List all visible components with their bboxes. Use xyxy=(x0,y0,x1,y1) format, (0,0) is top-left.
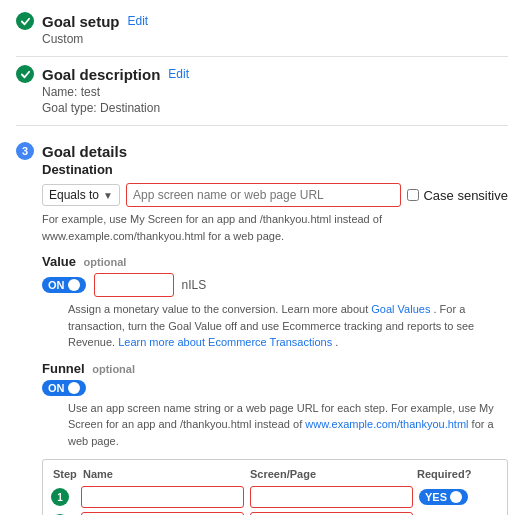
funnel-optional: optional xyxy=(92,363,135,375)
screen-col-header: Screen/Page xyxy=(250,468,411,480)
goal-details-step-num: 3 xyxy=(16,142,34,160)
goal-description-title: Goal description xyxy=(42,66,160,83)
required-toggle-circle-1 xyxy=(450,491,462,503)
goal-description-name: Name: test xyxy=(42,85,508,99)
case-sensitive-label: Case sensitive xyxy=(423,188,508,203)
value-toggle-circle xyxy=(68,279,80,291)
destination-label: Destination xyxy=(42,162,508,177)
goal-setup-edit-link[interactable]: Edit xyxy=(128,14,149,28)
value-input[interactable] xyxy=(94,273,174,297)
divider-2 xyxy=(16,125,508,126)
goal-description-check-icon xyxy=(16,65,34,83)
value-section: Value optional ON nILS Assign a monetary… xyxy=(42,254,508,351)
goal-description-header: Goal description Edit xyxy=(16,65,508,83)
value-toggle[interactable]: ON xyxy=(42,277,86,293)
funnel-label: Funnel optional xyxy=(42,361,508,376)
required-toggle-row-1: YES xyxy=(419,489,499,505)
goal-setup-header: Goal setup Edit xyxy=(16,12,508,30)
funnel-toggle-label: ON xyxy=(48,382,65,394)
value-toggle-row: ON nILS xyxy=(42,273,508,297)
funnel-toggle[interactable]: ON xyxy=(42,380,86,396)
funnel-help-link[interactable]: www.example.com/thankyou.html xyxy=(305,418,468,430)
ecommerce-link[interactable]: Learn more about Ecommerce Transactions xyxy=(118,336,332,348)
funnel-row-1: 1 YES xyxy=(51,486,499,508)
goal-description-name-label: Name: xyxy=(42,85,77,99)
name-col-header: Name xyxy=(83,468,244,480)
funnel-screen-1[interactable] xyxy=(250,486,413,508)
goal-description-type-value: Destination xyxy=(100,101,160,115)
value-optional: optional xyxy=(84,256,127,268)
value-label: Value optional xyxy=(42,254,508,269)
goal-description-section: Goal description Edit Name: test Goal ty… xyxy=(16,65,508,115)
goal-details-section: 3 Goal details Destination Equals to ▼ C… xyxy=(16,134,508,515)
currency-label: nILS xyxy=(182,278,207,292)
case-sensitive-checkbox[interactable] xyxy=(407,189,419,201)
equals-label: Equals to xyxy=(49,188,99,202)
chevron-down-icon: ▼ xyxy=(103,190,113,201)
goal-description-type: Goal type: Destination xyxy=(42,101,508,115)
step-col-header: Step xyxy=(53,468,77,480)
funnel-table: Step Name Screen/Page Required? 1 YES xyxy=(42,459,508,515)
equals-select[interactable]: Equals to ▼ xyxy=(42,184,120,206)
case-sensitive-row: Case sensitive xyxy=(407,188,508,203)
funnel-name-1[interactable] xyxy=(81,486,244,508)
funnel-table-header: Step Name Screen/Page Required? xyxy=(51,468,499,480)
funnel-toggle-circle xyxy=(68,382,80,394)
funnel-section: Funnel optional ON Use an app screen nam… xyxy=(42,361,508,516)
value-toggle-label: ON xyxy=(48,279,65,291)
goal-details-header: 3 Goal details xyxy=(16,142,508,160)
required-toggle-1[interactable]: YES xyxy=(419,489,468,505)
url-input[interactable] xyxy=(126,183,402,207)
goal-setup-section: Goal setup Edit Custom xyxy=(16,12,508,46)
required-col-header: Required? xyxy=(417,468,497,480)
destination-row: Equals to ▼ Case sensitive xyxy=(42,183,508,207)
goal-setup-check-icon xyxy=(16,12,34,30)
destination-help-text: For example, use My Screen for an app an… xyxy=(42,211,508,244)
goal-description-name-value: test xyxy=(81,85,100,99)
funnel-step-1: 1 xyxy=(51,488,69,506)
funnel-toggle-row: ON xyxy=(42,380,508,396)
goal-description-edit-link[interactable]: Edit xyxy=(168,67,189,81)
divider-1 xyxy=(16,56,508,57)
goal-setup-title: Goal setup xyxy=(42,13,120,30)
goal-description-type-label: Goal type: xyxy=(42,101,97,115)
goal-setup-subtitle: Custom xyxy=(42,32,508,46)
goal-values-link[interactable]: Goal Values xyxy=(371,303,430,315)
value-help-text: Assign a monetary value to the conversio… xyxy=(68,301,508,351)
goal-details-title: Goal details xyxy=(42,143,127,160)
funnel-help-text: Use an app screen name string or a web p… xyxy=(68,400,508,450)
